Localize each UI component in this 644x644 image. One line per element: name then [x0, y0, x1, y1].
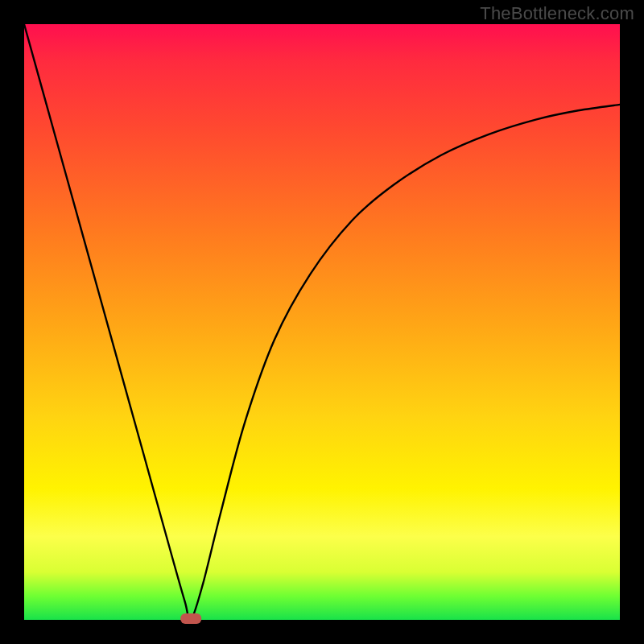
plot-area — [24, 24, 620, 620]
chart-frame: TheBottleneck.com — [0, 0, 644, 644]
curve-svg — [24, 24, 620, 620]
bottleneck-curve — [24, 24, 620, 621]
optimum-marker — [180, 613, 201, 624]
watermark-text: TheBottleneck.com — [480, 3, 634, 24]
